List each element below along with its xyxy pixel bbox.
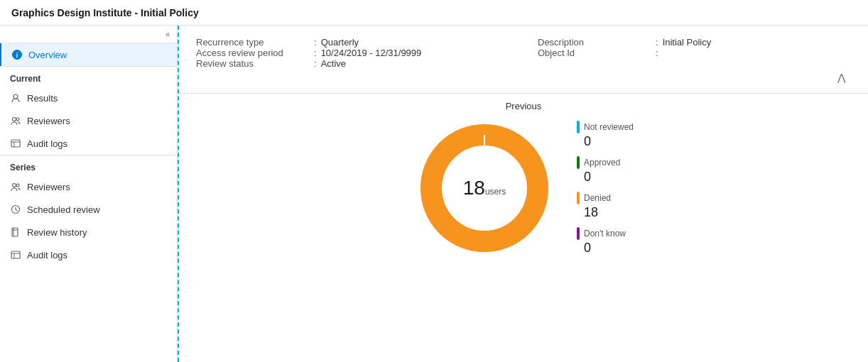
clock-icon <box>10 204 21 215</box>
svg-text:i: i <box>16 52 18 59</box>
people-icon-series <box>10 181 21 192</box>
period-value: 10/24/2019 - 12/31/9999 <box>321 48 422 58</box>
sidebar-overview-label: Overview <box>28 50 67 60</box>
svg-line-12 <box>16 210 18 212</box>
info-grid: Recurrence type : Quarterly Access revie… <box>196 37 851 69</box>
svg-rect-16 <box>11 251 20 258</box>
svg-rect-5 <box>11 140 20 147</box>
status-value: Active <box>321 58 346 69</box>
chart-title: Previous <box>506 101 542 111</box>
donut-total: 18 <box>463 177 485 199</box>
main-layout: « i Overview Current Results <box>0 26 868 362</box>
info-row-status: Review status : Active <box>196 58 509 69</box>
people-icon-current <box>10 115 21 126</box>
svg-point-4 <box>16 118 19 121</box>
svg-point-2 <box>13 94 18 99</box>
not-reviewed-bar <box>577 121 580 133</box>
sidebar-item-scheduled-review[interactable]: Scheduled review <box>0 198 177 221</box>
info-row-recurrence: Recurrence type : Quarterly <box>196 37 509 48</box>
book-icon <box>10 226 21 238</box>
dont-know-label: Don't know <box>584 229 626 238</box>
donut-chart: 18users <box>413 117 555 259</box>
info-row-period: Access review period : 10/24/2019 - 12/3… <box>196 48 509 58</box>
info-row-objectid: Object Id : <box>538 48 851 58</box>
sidebar-item-audit-logs-series[interactable]: Audit logs <box>0 243 177 266</box>
info-right: Description : Initial Policy Object Id : <box>538 37 851 69</box>
sidebar-item-review-history[interactable]: Review history <box>0 221 177 243</box>
sidebar-item-overview[interactable]: i Overview <box>0 43 177 66</box>
collapse-icon[interactable]: « <box>166 30 170 38</box>
recurrence-label: Recurrence type <box>196 37 310 48</box>
collapse-up-icon[interactable]: ⋀ <box>837 72 845 83</box>
sidebar-item-audit-logs-current[interactable]: Audit logs <box>0 132 177 155</box>
legend-item-not-reviewed: Not reviewed 0 <box>577 121 634 149</box>
sidebar-current-section: Current <box>0 66 177 87</box>
content-area: Recurrence type : Quarterly Access revie… <box>178 26 868 362</box>
denied-label: Denied <box>584 193 611 203</box>
description-value: Initial Policy <box>663 37 712 48</box>
person-icon <box>10 92 21 104</box>
sidebar-series-reviewers-label: Reviewers <box>27 182 70 192</box>
sidebar-audit-logs-series-label: Audit logs <box>27 250 67 260</box>
info-left: Recurrence type : Quarterly Access revie… <box>196 37 509 69</box>
svg-point-8 <box>13 184 16 187</box>
top-bar: Graphics Design Institute - Initial Poli… <box>0 0 868 26</box>
donut-unit: users <box>485 187 506 197</box>
sidebar-scheduled-review-label: Scheduled review <box>27 204 100 215</box>
info-row-description: Description : Initial Policy <box>538 37 851 48</box>
table-icon-current <box>10 138 21 149</box>
info-icon: i <box>11 49 23 60</box>
sidebar-item-series-reviewers[interactable]: Reviewers <box>0 175 177 198</box>
description-label: Description <box>538 37 651 48</box>
svg-point-3 <box>13 118 16 121</box>
denied-bar <box>577 192 580 204</box>
legend-item-dont-know: Don't know 0 <box>577 227 634 256</box>
recurrence-value: Quarterly <box>321 37 359 48</box>
svg-point-9 <box>16 184 19 187</box>
dont-know-value: 0 <box>584 241 634 256</box>
sidebar-reviewers-current-label: Reviewers <box>27 116 70 126</box>
objectid-label: Object Id <box>538 48 651 58</box>
sidebar-item-results[interactable]: Results <box>0 87 177 109</box>
approved-label: Approved <box>584 158 620 168</box>
collapse-up-btn[interactable]: ⋀ <box>196 69 851 86</box>
sidebar-review-history-label: Review history <box>27 227 87 238</box>
sidebar-item-reviewers-current[interactable]: Reviewers <box>0 109 177 132</box>
approved-value: 0 <box>584 170 634 185</box>
donut-center: 18users <box>463 177 506 199</box>
sidebar-audit-logs-current-label: Audit logs <box>27 138 67 149</box>
dont-know-bar <box>577 227 580 240</box>
denied-value: 18 <box>584 205 634 220</box>
not-reviewed-label: Not reviewed <box>584 122 634 132</box>
not-reviewed-value: 0 <box>584 134 634 149</box>
approved-bar <box>577 156 580 169</box>
legend-item-denied: Denied 18 <box>577 192 634 220</box>
info-section: Recurrence type : Quarterly Access revie… <box>179 26 868 94</box>
chart-legend: Not reviewed 0 Approved 0 <box>577 121 634 256</box>
chart-section: Previous 18users <box>179 94 868 362</box>
table-icon-series <box>10 249 21 260</box>
svg-rect-13 <box>12 228 18 236</box>
sidebar-results-label: Results <box>27 93 58 104</box>
sidebar-series-section: Series <box>0 155 177 175</box>
period-label: Access review period <box>196 48 310 58</box>
sidebar-collapse[interactable]: « <box>0 26 177 43</box>
status-label: Review status <box>196 58 310 69</box>
chart-container: 18users Not reviewed 0 <box>413 117 634 259</box>
page-title: Graphics Design Institute - Initial Poli… <box>11 7 199 18</box>
sidebar: « i Overview Current Results <box>0 26 178 362</box>
legend-item-approved: Approved 0 <box>577 156 634 185</box>
